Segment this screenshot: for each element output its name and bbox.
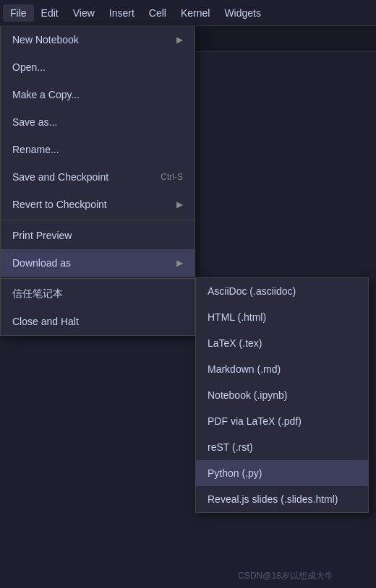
menu-item-save-as[interactable]: Save as...	[1, 108, 195, 136]
menu-view[interactable]: View	[66, 4, 102, 22]
submenu-item-markdown[interactable]: Markdown (.md)	[196, 356, 368, 382]
menu-divider-2	[1, 278, 195, 279]
menu-kernel[interactable]: Kernel	[174, 4, 217, 22]
file-menu: New Notebook ▶ Open... Make a Copy... Sa…	[0, 26, 195, 336]
arrow-icon: ▶	[176, 35, 183, 45]
submenu-item-rest[interactable]: reST (.rst)	[196, 434, 368, 460]
menu-item-new-notebook[interactable]: New Notebook ▶	[1, 26, 195, 53]
menu-item-trust-notebook[interactable]: 信任笔记本	[1, 280, 195, 308]
submenu-item-asciidoc[interactable]: AsciiDoc (.asciidoc)	[196, 278, 368, 304]
shortcut-label: Ctrl-S	[161, 172, 183, 182]
submenu-item-notebook[interactable]: Notebook (.ipynb)	[196, 382, 368, 408]
download-submenu: AsciiDoc (.asciidoc) HTML (.html) LaTeX …	[195, 277, 369, 513]
submenu-item-latex[interactable]: LaTeX (.tex)	[196, 330, 368, 356]
menu-item-open[interactable]: Open...	[1, 53, 195, 81]
menu-file[interactable]: File	[3, 4, 34, 22]
menu-divider-1	[1, 220, 195, 220]
menu-item-save-checkpoint[interactable]: Save and Checkpoint Ctrl-S	[1, 163, 195, 191]
menu-item-make-copy[interactable]: Make a Copy...	[1, 81, 195, 108]
submenu-item-python[interactable]: Python (.py)	[196, 460, 368, 486]
arrow-icon-revert: ▶	[176, 199, 183, 209]
menu-item-close-halt[interactable]: Close and Halt	[1, 308, 195, 335]
submenu-item-pdf[interactable]: PDF via LaTeX (.pdf)	[196, 408, 368, 434]
menu-item-print-preview[interactable]: Print Preview	[1, 222, 195, 249]
submenu-item-revealjs[interactable]: Reveal.js slides (.slides.html)	[196, 486, 368, 512]
menu-item-rename[interactable]: Rename...	[1, 136, 195, 163]
arrow-icon-download: ▶	[176, 258, 183, 268]
menu-item-download-as[interactable]: Download as ▶	[1, 249, 195, 277]
submenu-item-html[interactable]: HTML (.html)	[196, 304, 368, 330]
menu-item-revert-checkpoint[interactable]: Revert to Checkpoint ▶	[1, 191, 195, 218]
menubar: File Edit View Insert Cell Kernel Widget…	[0, 0, 376, 26]
menu-edit[interactable]: Edit	[34, 4, 66, 22]
menu-insert[interactable]: Insert	[102, 4, 142, 22]
menu-cell[interactable]: Cell	[142, 4, 174, 22]
menu-widgets[interactable]: Widgets	[217, 4, 268, 22]
